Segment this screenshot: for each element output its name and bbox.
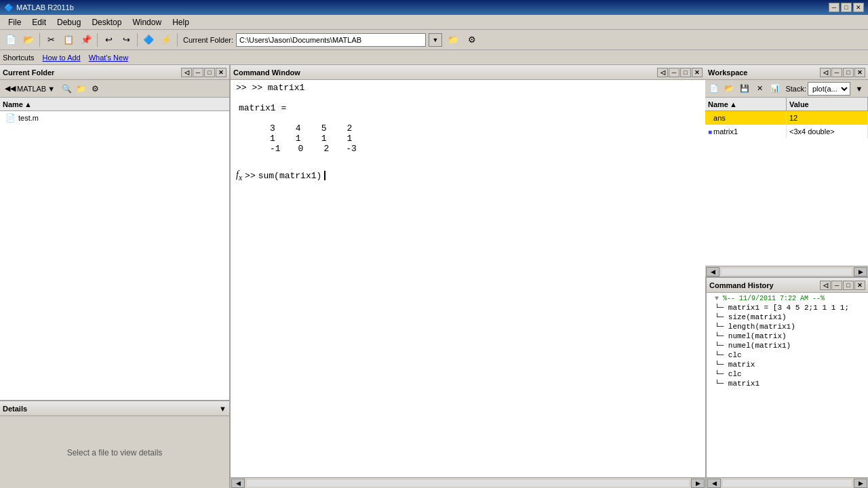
nav-back-btn[interactable]: ◀◀ MATLAB ▼ — [1, 82, 58, 96]
file-row[interactable]: 📄 test.m — [0, 111, 229, 125]
ws-table-header: Name ▲ Value — [705, 98, 868, 111]
ws-row-matrix1[interactable]: ■ matrix1 <3x4 double> — [705, 125, 868, 138]
ws-name-matrix1: ■ matrix1 — [705, 125, 787, 138]
ch-scroll-left[interactable]: ◀ — [707, 479, 721, 488]
workspace-table: Name ▲ Value ■ ans 12 — [705, 98, 868, 266]
maximize-button[interactable]: □ — [841, 3, 852, 12]
ws-name-header-label: Name — [708, 100, 728, 108]
folder-toolbar: ◀◀ MATLAB ▼ 🔍 📁 ⚙ — [0, 80, 229, 98]
simulink-btn[interactable]: 🔷 — [140, 33, 157, 47]
ch-item-3[interactable]: └─ numel(matrix) — [709, 331, 865, 341]
ch-collapse-icon[interactable]: ▼ %-- 11/9/2011 7:22 AM --% — [709, 294, 865, 303]
scroll-right-btn[interactable]: ▶ — [691, 479, 705, 488]
ws-delete-btn[interactable]: ✕ — [752, 82, 766, 96]
ws-scrollbar[interactable]: ◀ ▶ — [705, 266, 868, 277]
ch-item-2[interactable]: └─ length(matrix1) — [709, 322, 865, 331]
folder-settings-btn[interactable]: ⚙ — [88, 82, 102, 96]
close-button[interactable]: ✕ — [853, 3, 864, 12]
command-window-content[interactable]: >> >> matrix1 matrix1 = 3 4 5 2 1 1 1 1 — [231, 80, 705, 477]
cut-btn[interactable]: ✂ — [43, 33, 59, 47]
ch-item-4[interactable]: └─ numel(matrix1) — [709, 341, 865, 350]
panel-undock-btn[interactable]: ◁ — [181, 68, 192, 77]
ch-item-1-label: └─ size(matrix1) — [715, 313, 787, 321]
ch-close-btn[interactable]: ✕ — [854, 281, 865, 290]
menu-debug[interactable]: Debug — [52, 16, 86, 28]
ws-stack-dropdown[interactable]: ▼ — [852, 82, 867, 96]
ch-undock-btn[interactable]: ◁ — [820, 281, 831, 290]
file-list-header[interactable]: Name ▲ — [0, 98, 229, 111]
ws-name-header[interactable]: Name ▲ — [705, 98, 787, 110]
cmd-close-btn[interactable]: ✕ — [692, 68, 703, 77]
ch-item-6[interactable]: └─ matrix — [709, 360, 865, 369]
workspace-panel: Workspace ◁ ─ □ ✕ 📄 📂 💾 ✕ 📊 Stack: plot(… — [705, 65, 868, 277]
cmd-header-btns: ◁ ─ □ ✕ — [657, 68, 703, 77]
whats-new-link[interactable]: What's New — [89, 54, 128, 62]
m03: 2 — [347, 123, 352, 134]
folder-search-btn[interactable]: 🔍 — [60, 82, 73, 96]
profile-btn[interactable]: ⚡ — [158, 33, 174, 47]
ch-item-1[interactable]: └─ size(matrix1) — [709, 312, 865, 322]
matrix-row-1: 3 4 5 2 — [270, 123, 700, 134]
ws-undock-btn[interactable]: ◁ — [820, 68, 831, 77]
copy-btn[interactable]: 📋 — [60, 33, 77, 47]
menu-help[interactable]: Help — [167, 16, 195, 28]
cmd-input-1: >> matrix1 — [252, 83, 304, 93]
ws-scroll-right[interactable]: ▶ — [854, 267, 867, 277]
ws-open-btn[interactable]: 📂 — [722, 82, 736, 96]
ch-scroll-right[interactable]: ▶ — [854, 479, 867, 488]
ws-min-btn[interactable]: ─ — [831, 68, 842, 77]
ws-max-btn[interactable]: □ — [843, 68, 854, 77]
cmd-horizontal-scrollbar[interactable]: ◀ ▶ — [231, 477, 705, 488]
folder-icon-btns: 🔍 📁 ⚙ — [60, 82, 102, 96]
ch-item-3-label: └─ numel(matrix) — [715, 332, 787, 340]
ws-plot-btn[interactable]: 📊 — [768, 82, 782, 96]
minimize-button[interactable]: ─ — [829, 3, 840, 12]
ws-value-header[interactable]: Value — [787, 98, 868, 110]
open-btn[interactable]: 📂 — [20, 33, 37, 47]
ws-new-btn[interactable]: 📄 — [707, 82, 721, 96]
ch-item-8[interactable]: └─ matrix1 — [709, 379, 865, 388]
matrix1-icon: ■ — [708, 128, 712, 136]
cmd-history-header: Command History ◁ ─ □ ✕ — [707, 278, 868, 293]
current-folder-input[interactable] — [236, 33, 426, 47]
ch-scrollbar[interactable]: ◀ ▶ — [707, 477, 868, 488]
browse-btn[interactable]: 📁 — [445, 33, 461, 47]
cmd-history-title: Command History — [709, 281, 774, 289]
ws-scroll-left[interactable]: ◀ — [706, 267, 719, 277]
m02: 5 — [321, 123, 327, 134]
menu-edit[interactable]: Edit — [26, 16, 52, 28]
cmd-undock-btn[interactable]: ◁ — [657, 68, 668, 77]
redo-btn[interactable]: ↪ — [118, 33, 134, 47]
ch-item-5[interactable]: └─ clc — [709, 350, 865, 360]
menu-desktop[interactable]: Desktop — [86, 16, 127, 28]
ws-save-btn[interactable]: 💾 — [737, 82, 751, 96]
m20: -1 — [270, 144, 281, 154]
panel-close-btn[interactable]: ✕ — [216, 68, 226, 77]
menu-window[interactable]: Window — [127, 16, 167, 28]
ch-item-7[interactable]: └─ clc — [709, 369, 865, 379]
scroll-left-btn[interactable]: ◀ — [231, 479, 245, 488]
menu-file[interactable]: File — [3, 16, 26, 28]
panel-min-btn[interactable]: ─ — [193, 68, 203, 77]
current-folder-dropdown[interactable]: ▼ — [429, 33, 442, 47]
ch-item-0[interactable]: └─ matrix1 = [3 4 5 2;1 1 1 1; — [709, 303, 865, 312]
cmd-max-btn[interactable]: □ — [680, 68, 691, 77]
new-file-btn[interactable]: 📄 — [3, 33, 19, 47]
folder-new-btn[interactable]: 📁 — [74, 82, 87, 96]
ch-max-btn[interactable]: □ — [843, 281, 854, 290]
m11: 1 — [296, 134, 301, 144]
paste-btn[interactable]: 📌 — [78, 33, 94, 47]
current-folder-settings[interactable]: ⚙ — [464, 33, 480, 47]
how-to-add-link[interactable]: How to Add — [42, 54, 80, 62]
ws-row-ans[interactable]: ■ ans 12 — [705, 111, 868, 125]
ch-min-btn[interactable]: ─ — [831, 281, 842, 290]
details-collapse-btn[interactable]: ▼ — [219, 405, 226, 413]
stack-select[interactable]: plot(a... — [808, 82, 850, 96]
cmd-min-btn[interactable]: ─ — [669, 68, 679, 77]
ws-close-btn[interactable]: ✕ — [854, 68, 865, 77]
details-title: Details — [3, 405, 27, 413]
app-icon: 🔷 — [4, 3, 14, 12]
undo-btn[interactable]: ↩ — [100, 33, 117, 47]
panel-max-btn[interactable]: □ — [204, 68, 215, 77]
toolbar-sep4 — [177, 33, 178, 47]
